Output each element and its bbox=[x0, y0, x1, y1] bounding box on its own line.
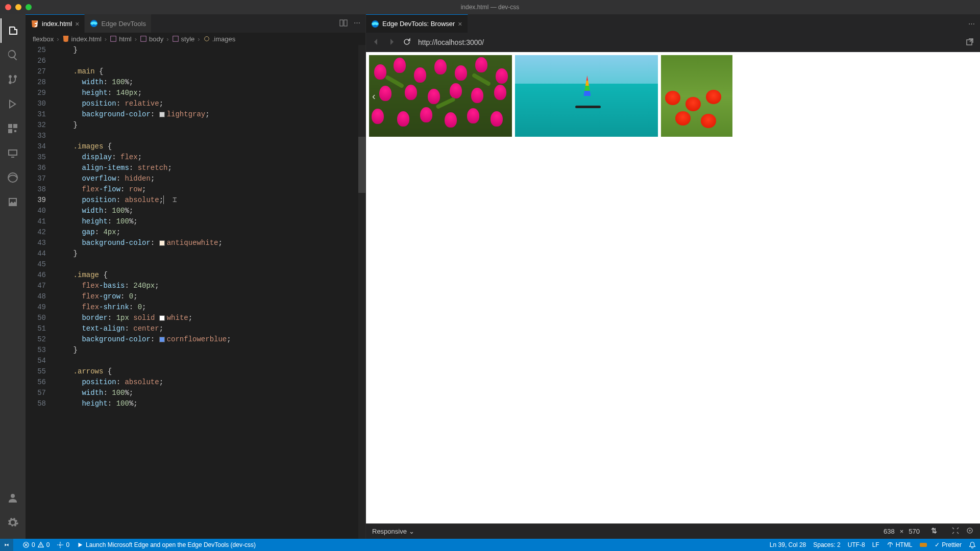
editor-group-left: index.html × Edge DevTools ⋯ flexbox › bbox=[26, 14, 366, 539]
viewport-height[interactable]: 570 bbox=[909, 528, 920, 535]
svg-point-8 bbox=[204, 37, 209, 41]
breadcrumb-item[interactable]: body bbox=[140, 35, 163, 43]
code-editor[interactable]: 2526272829303132333435363738394041424344… bbox=[26, 45, 365, 539]
svg-rect-3 bbox=[340, 20, 343, 26]
open-external-icon[interactable] bbox=[966, 38, 974, 47]
breadcrumb-item[interactable]: .images bbox=[203, 35, 236, 43]
launch-edge-msg[interactable]: Launch Microsoft Edge and open the Edge … bbox=[77, 541, 256, 548]
status-bar: 0 0 0 Launch Microsoft Edge and open the… bbox=[0, 539, 980, 551]
svg-rect-4 bbox=[344, 20, 347, 26]
tab-edge-browser[interactable]: Edge DevTools: Browser × bbox=[366, 14, 468, 33]
chevron-right-icon: › bbox=[56, 35, 60, 43]
main-layout: index.html × Edge DevTools ⋯ flexbox › bbox=[0, 14, 980, 539]
image-activity-icon[interactable] bbox=[1, 190, 25, 214]
more-actions-icon[interactable]: ⋯ bbox=[354, 19, 360, 29]
browser-footer: Responsive ⌄ 638 × 570 bbox=[366, 523, 980, 539]
svg-point-14 bbox=[60, 544, 62, 546]
tab-bar-left: index.html × Edge DevTools ⋯ bbox=[26, 14, 365, 33]
editor-actions-left: ⋯ bbox=[339, 19, 365, 29]
preview-image-poppies bbox=[661, 55, 732, 137]
browser-toolbar: http://localhost:3000/ bbox=[366, 33, 980, 52]
breadcrumb[interactable]: flexbox › index.html › html › body › sty… bbox=[26, 33, 365, 45]
indentation[interactable]: Spaces: 2 bbox=[813, 541, 840, 548]
extensions-icon[interactable] bbox=[1, 116, 25, 141]
cursor-position[interactable]: Ln 39, Col 28 bbox=[770, 541, 806, 548]
window-titlebar: index.html — dev-css bbox=[0, 0, 980, 14]
eol[interactable]: LF bbox=[872, 541, 879, 548]
close-icon[interactable]: × bbox=[458, 20, 462, 28]
preview-image-windsurf bbox=[515, 55, 658, 137]
edge-icon bbox=[371, 20, 379, 28]
search-icon[interactable] bbox=[1, 43, 25, 67]
chevron-right-icon: › bbox=[104, 35, 108, 43]
breadcrumb-item[interactable]: flexbox bbox=[33, 35, 54, 43]
editor-actions-right: ⋯ bbox=[968, 20, 980, 28]
reload-icon[interactable] bbox=[403, 38, 411, 47]
prettier-status[interactable]: ✓ Prettier bbox=[935, 541, 962, 548]
svg-rect-7 bbox=[173, 36, 178, 42]
screenshot-icon[interactable] bbox=[951, 527, 960, 536]
window-title: index.html — dev-css bbox=[461, 4, 520, 11]
viewport-width[interactable]: 638 bbox=[884, 528, 895, 535]
minimize-window-button[interactable] bbox=[15, 4, 21, 10]
tab-index-html[interactable]: index.html × bbox=[26, 14, 85, 33]
more-actions-icon[interactable]: ⋯ bbox=[968, 20, 975, 28]
close-icon[interactable]: × bbox=[75, 20, 79, 28]
activity-bar bbox=[0, 14, 26, 539]
maximize-window-button[interactable] bbox=[26, 4, 32, 10]
preview-image-tulips bbox=[369, 55, 512, 137]
port-badge[interactable] bbox=[919, 541, 927, 549]
source-control-icon[interactable] bbox=[1, 67, 25, 92]
settings-gear-icon[interactable] bbox=[1, 510, 25, 535]
breadcrumb-item[interactable]: index.html bbox=[62, 35, 102, 43]
problems-indicator[interactable]: 0 0 bbox=[22, 541, 50, 548]
mac-traffic-lights bbox=[5, 4, 32, 10]
chevron-right-icon: › bbox=[134, 35, 138, 43]
tab-label: Edge DevTools: Browser bbox=[382, 20, 455, 28]
edge-activity-icon[interactable] bbox=[1, 165, 25, 190]
svg-rect-15 bbox=[920, 543, 927, 547]
svg-rect-5 bbox=[111, 36, 116, 42]
forward-icon[interactable] bbox=[387, 38, 396, 47]
line-number-gutter: 2526272829303132333435363738394041424344… bbox=[26, 45, 56, 539]
url-bar[interactable]: http://localhost:3000/ bbox=[418, 38, 959, 46]
carousel-next-icon[interactable]: › bbox=[970, 90, 974, 102]
carousel-prev-icon[interactable]: ‹ bbox=[372, 90, 376, 102]
language-mode[interactable]: HTML bbox=[887, 541, 913, 548]
inspect-icon[interactable] bbox=[966, 527, 974, 536]
ports-indicator[interactable]: 0 bbox=[57, 541, 69, 548]
rotate-icon[interactable] bbox=[930, 527, 938, 536]
html-file-icon bbox=[31, 20, 39, 28]
back-icon[interactable] bbox=[372, 38, 380, 47]
tab-bar-right: Edge DevTools: Browser × ⋯ bbox=[366, 14, 980, 33]
split-editor-icon[interactable] bbox=[339, 19, 348, 29]
chevron-right-icon: › bbox=[165, 35, 169, 43]
account-icon[interactable] bbox=[1, 486, 25, 510]
tab-edge-devtools[interactable]: Edge DevTools bbox=[85, 14, 151, 33]
minimap-thumb[interactable] bbox=[358, 137, 365, 193]
explorer-icon[interactable] bbox=[1, 18, 25, 43]
breadcrumb-item[interactable]: style bbox=[172, 35, 195, 43]
chevron-right-icon: › bbox=[197, 35, 201, 43]
notifications-icon[interactable] bbox=[969, 541, 976, 548]
svg-point-12 bbox=[969, 530, 970, 531]
minimap[interactable] bbox=[358, 45, 365, 539]
editor-group-right: Edge DevTools: Browser × ⋯ http://localh… bbox=[366, 14, 980, 539]
viewport-dimensions: 638 × 570 bbox=[884, 527, 938, 536]
svg-point-0 bbox=[8, 173, 17, 182]
dimension-separator: × bbox=[900, 528, 904, 535]
run-debug-icon[interactable] bbox=[1, 92, 25, 116]
svg-rect-6 bbox=[141, 36, 146, 42]
responsive-selector[interactable]: Responsive ⌄ bbox=[372, 528, 414, 535]
close-window-button[interactable] bbox=[5, 4, 11, 10]
tab-label: index.html bbox=[42, 20, 72, 28]
remote-indicator[interactable] bbox=[0, 539, 13, 551]
tab-label: Edge DevTools bbox=[101, 20, 145, 28]
browser-viewport: ‹ bbox=[366, 52, 980, 523]
svg-point-1 bbox=[11, 494, 15, 498]
breadcrumb-item[interactable]: html bbox=[110, 35, 132, 43]
remote-icon[interactable] bbox=[1, 141, 25, 165]
encoding[interactable]: UTF-8 bbox=[848, 541, 865, 548]
code-content[interactable]: } .main { width: 100%; height: 140px; po… bbox=[56, 45, 365, 539]
chevron-down-icon: ⌄ bbox=[409, 528, 414, 535]
